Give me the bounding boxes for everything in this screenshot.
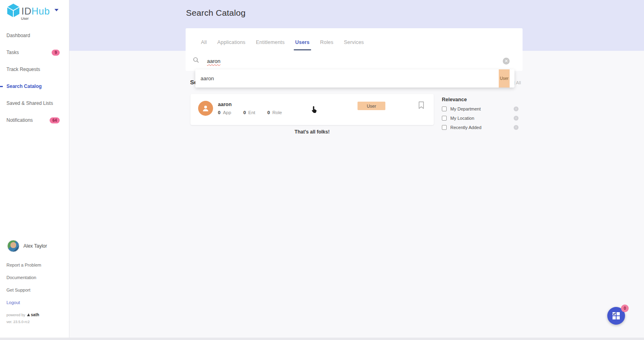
my-location-checkbox[interactable] (442, 116, 447, 121)
stat-app-label: App (223, 110, 231, 115)
fab-count-badge: 0 (621, 305, 629, 312)
sath-mark-icon (27, 313, 30, 317)
tab-services[interactable]: Services (344, 40, 364, 45)
suggestion-type-badge: User (499, 69, 510, 88)
result-type-badge: User (358, 102, 385, 110)
sidebar-item-search-catalog[interactable]: Search Catalog (0, 78, 69, 95)
version-label: ver. 23.5.0-rc2 (6, 320, 30, 324)
relevance-option-recently-added: Recently Added i (442, 125, 519, 130)
stat-role-count: 0 (268, 110, 270, 115)
sidebar-item-label: Notifications (6, 117, 33, 123)
portal-role-label: User (21, 17, 29, 21)
my-location-label: My Location (450, 116, 474, 121)
info-icon[interactable]: i (514, 116, 519, 121)
stat-app-count: 0 (218, 110, 220, 115)
bookmark-icon[interactable] (418, 101, 424, 111)
stat-role: 0 Role (268, 110, 282, 115)
sidebar: IDHub User Dashboard Tasks 9 Track Reque… (0, 0, 69, 338)
result-stats: 0 App 0 Ent 0 Role (218, 110, 282, 115)
get-support-link[interactable]: Get Support (6, 288, 30, 292)
my-department-checkbox[interactable] (442, 106, 447, 111)
brand-name: IDHub (21, 6, 50, 17)
logout-link[interactable]: Logout (6, 300, 20, 305)
powered-by-row: powered by sath (6, 313, 39, 317)
user-photo-avatar (7, 240, 19, 252)
sidebar-item-label: Saved & Shared Lists (6, 100, 53, 106)
report-problem-link[interactable]: Report a Problem (6, 263, 41, 267)
relevance-title: Relevance (442, 97, 519, 102)
recently-added-checkbox[interactable] (442, 125, 447, 130)
search-suggestion-row[interactable]: aaron User (195, 69, 514, 88)
relevance-panel: Relevance My Department i My Location i … (442, 97, 519, 130)
sidebar-item-label: Tasks (6, 50, 19, 55)
result-card-aaron[interactable]: aaron 0 App 0 Ent 0 Role User (190, 94, 434, 125)
user-avatar-icon (198, 101, 213, 116)
sath-brand-name: sath (31, 313, 40, 317)
search-card: All Applications Entitlements Users Role… (186, 28, 523, 71)
documentation-link[interactable]: Documentation (6, 275, 36, 280)
relevance-option-my-location: My Location i (442, 115, 519, 121)
info-icon[interactable]: i (514, 125, 519, 130)
info-icon[interactable]: i (514, 106, 519, 111)
stat-ent-label: Ent (248, 110, 255, 115)
recently-added-label: Recently Added (450, 125, 481, 130)
tasks-count-badge: 9 (52, 50, 60, 56)
powered-by-label: powered by (6, 313, 25, 317)
search-input[interactable]: aaron (207, 58, 220, 64)
clear-search-button[interactable]: ✕ (503, 58, 510, 65)
stat-role-label: Role (272, 110, 282, 115)
result-name: aaron (218, 102, 232, 107)
sidebar-item-dashboard[interactable]: Dashboard (0, 27, 69, 44)
stat-ent-count: 0 (243, 110, 246, 115)
notifications-count-badge: 64 (50, 117, 60, 123)
my-department-label: My Department (450, 106, 481, 111)
tab-entitlements[interactable]: Entitlements (256, 40, 284, 45)
brand-name-hub: Hub (31, 6, 50, 17)
sidebar-item-label: Dashboard (6, 33, 30, 38)
brand-dropdown-caret-icon[interactable] (54, 9, 59, 11)
stat-app: 0 App (218, 110, 231, 115)
brand-name-id: ID (21, 6, 31, 17)
bottom-edge-strip (0, 338, 644, 340)
sidebar-nav: Dashboard Tasks 9 Track Requests Search … (0, 27, 69, 129)
tab-roles[interactable]: Roles (320, 40, 333, 45)
sidebar-item-label: Track Requests (6, 67, 40, 72)
sidebar-item-label: Search Catalog (6, 83, 42, 89)
search-icon (193, 57, 199, 65)
sidebar-item-notifications[interactable]: Notifications 64 (0, 112, 69, 129)
sidebar-item-track-requests[interactable]: Track Requests (0, 61, 69, 78)
stat-ent: 0 Ent (243, 110, 255, 115)
page-title: Search Catalog (186, 8, 246, 18)
tab-users[interactable]: Users (295, 40, 310, 45)
idhub-hexagon-icon (6, 3, 20, 19)
tab-all[interactable]: All (201, 40, 207, 45)
search-bar[interactable]: aaron ✕ (186, 51, 523, 71)
end-of-results-message: That's all folks! (190, 129, 434, 135)
sidebar-item-tasks[interactable]: Tasks 9 (0, 44, 69, 61)
current-user-row[interactable]: Alex Taylor (7, 240, 47, 252)
tab-bar: All Applications Entitlements Users Role… (186, 28, 523, 51)
user-name: Alex Taylor (23, 243, 47, 249)
relevance-option-my-department: My Department i (442, 106, 519, 112)
suggestion-text: aaron (201, 75, 214, 81)
tab-applications[interactable]: Applications (217, 40, 246, 45)
sath-logo: sath (27, 313, 40, 317)
grid-check-icon (612, 312, 620, 320)
sidebar-item-saved-shared-lists[interactable]: Saved & Shared Lists (0, 95, 69, 112)
